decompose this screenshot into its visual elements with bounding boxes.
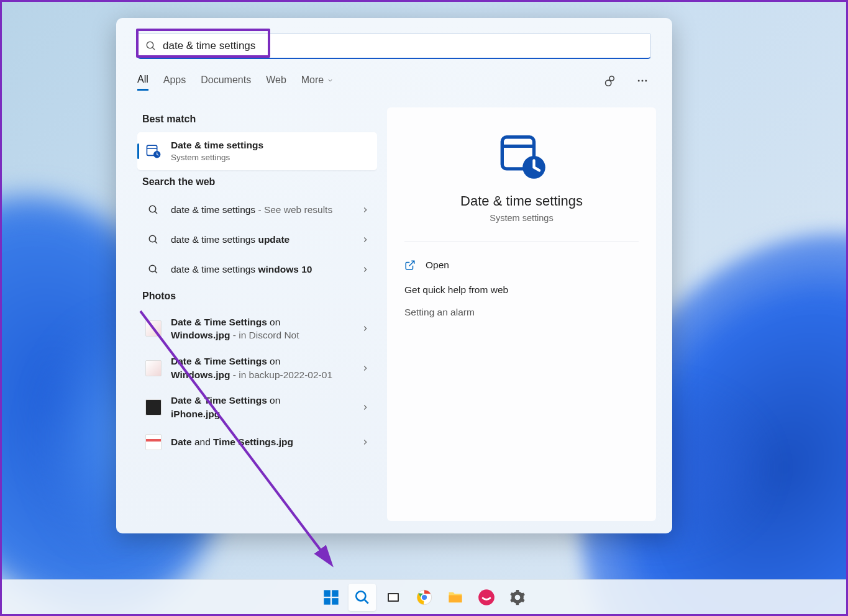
tab-documents[interactable]: Documents — [201, 75, 251, 89]
detail-date-time-icon — [498, 131, 546, 182]
web-result-1[interactable]: date & time settings - See web results — [137, 195, 377, 225]
svg-line-1 — [152, 47, 155, 50]
open-action[interactable]: Open — [404, 253, 639, 277]
detail-panel: Date & time settings System settings Ope… — [387, 107, 656, 521]
result-best-match[interactable]: Date & time settings System settings — [137, 132, 377, 170]
svg-point-14 — [149, 265, 156, 272]
taskbar — [2, 579, 846, 614]
svg-line-13 — [155, 241, 157, 243]
chevron-right-icon — [361, 324, 370, 333]
search-icon — [145, 231, 162, 248]
svg-point-33 — [421, 594, 426, 599]
image-thumbnail-icon — [145, 433, 162, 451]
svg-point-12 — [149, 235, 156, 242]
start-button[interactable] — [317, 584, 345, 611]
svg-line-19 — [409, 261, 414, 266]
svg-rect-29 — [389, 594, 398, 600]
taskbar-search-button[interactable] — [349, 584, 376, 611]
chevron-right-icon — [361, 438, 370, 446]
svg-point-0 — [147, 42, 153, 48]
taskbar-chrome[interactable] — [411, 584, 438, 611]
web-result-3[interactable]: date & time settings windows 10 — [137, 255, 377, 284]
svg-line-11 — [155, 211, 157, 214]
detail-subtitle: System settings — [490, 213, 553, 223]
svg-point-26 — [356, 591, 365, 600]
image-thumbnail-icon — [145, 399, 162, 416]
tab-all[interactable]: All — [137, 74, 148, 91]
photo-result-3[interactable]: Date & Time Settings on iPhone.jpg — [137, 387, 377, 427]
taskbar-task-view[interactable] — [380, 584, 407, 611]
best-match-title: Date & time settings — [171, 140, 263, 150]
chevron-right-icon — [361, 206, 370, 214]
taskbar-file-explorer[interactable] — [442, 584, 469, 611]
section-photos: Photos — [142, 291, 377, 302]
svg-point-3 — [606, 80, 611, 86]
taskbar-settings[interactable] — [504, 584, 531, 611]
svg-rect-23 — [332, 590, 339, 597]
search-input[interactable] — [157, 40, 643, 52]
tab-settings-icon[interactable] — [600, 71, 619, 93]
search-icon — [145, 201, 162, 219]
windows-search-panel: All Apps Documents Web More Best match D… — [116, 18, 672, 533]
chevron-right-icon — [361, 235, 370, 244]
photo-result-2[interactable]: Date & Time Settings on Windows.jpg - in… — [137, 348, 377, 387]
chevron-right-icon — [361, 265, 370, 274]
web-result-2[interactable]: date & time settings update — [137, 225, 377, 255]
svg-point-35 — [478, 589, 495, 605]
svg-point-2 — [609, 76, 614, 81]
search-icon — [145, 261, 162, 278]
search-icon — [145, 40, 157, 52]
tab-apps[interactable]: Apps — [163, 75, 186, 89]
chevron-down-icon — [327, 77, 334, 84]
svg-rect-24 — [324, 598, 331, 605]
photo-result-1[interactable]: Date & Time Settings on Windows.jpg - in… — [137, 309, 377, 348]
svg-rect-25 — [332, 598, 339, 605]
more-options-icon[interactable] — [634, 72, 651, 92]
svg-point-5 — [642, 80, 644, 82]
date-time-icon — [145, 142, 162, 160]
chevron-right-icon — [361, 364, 370, 373]
search-box[interactable] — [137, 33, 651, 59]
taskbar-app-red[interactable] — [473, 584, 500, 611]
filter-tabs: All Apps Documents Web More — [116, 59, 672, 93]
tab-more[interactable]: More — [301, 75, 334, 89]
help-link-alarm[interactable]: Setting an alarm — [404, 299, 639, 325]
photo-result-4[interactable]: Date and Time Settings.jpg — [137, 427, 377, 457]
section-best-match: Best match — [142, 114, 377, 125]
svg-line-15 — [155, 271, 157, 273]
image-thumbnail-icon — [145, 320, 162, 337]
results-list: Best match Date & time settings System s… — [137, 107, 377, 521]
tab-web[interactable]: Web — [266, 75, 286, 89]
best-match-sub: System settings — [171, 152, 370, 164]
svg-point-10 — [149, 206, 156, 212]
svg-line-27 — [364, 599, 368, 604]
svg-rect-34 — [449, 595, 462, 602]
detail-title: Date & time settings — [460, 193, 583, 209]
image-thumbnail-icon — [145, 360, 162, 377]
svg-point-4 — [638, 80, 640, 82]
section-search-web: Search the web — [142, 176, 377, 188]
svg-point-6 — [645, 80, 647, 82]
chevron-right-icon — [361, 403, 370, 412]
svg-rect-22 — [324, 590, 331, 597]
open-icon — [404, 260, 416, 271]
quick-help-header: Get quick help from web — [404, 277, 639, 299]
